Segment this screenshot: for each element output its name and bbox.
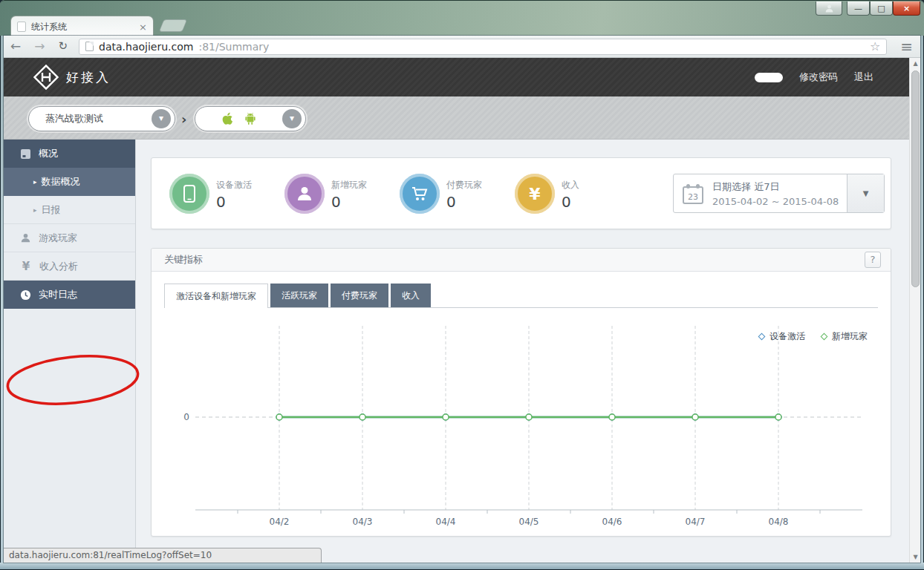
tab-close-icon[interactable]: × [139,22,147,33]
maximize-button[interactable]: □ [870,1,893,16]
date-range-picker[interactable]: 23 日期选择 近7日 2015-04-02 ~ 2015-04-08 ▼ [673,174,885,213]
sidebar-item-label: 收入分析 [39,260,78,273]
web-page: 好接入 修改密码 退出 蒸汽战歌测试 ▾ › [4,58,909,563]
overview-icon [20,148,31,160]
url-path: :81/Summary [198,41,864,53]
tab-paying-players[interactable]: 付费玩家 [331,284,388,307]
legend-device-activation[interactable]: 设备激活 [759,330,805,343]
legend-label: 设备激活 [770,330,805,343]
svg-text:04/6: 04/6 [602,517,622,527]
bookmark-star-icon[interactable]: ☆ [870,39,880,53]
address-bar[interactable]: data.haojieru.com :81/Summary ☆ [79,39,887,55]
paying-players-icon [400,174,440,214]
chevron-down-icon[interactable]: ▾ [152,109,171,128]
tab-title: 统计系统 [31,21,134,33]
forward-icon[interactable]: → [27,40,51,53]
svg-text:23: 23 [688,192,698,202]
url-host: data.haojieru.com [99,41,193,53]
tab-revenue[interactable]: 收入 [391,284,431,307]
date-picker-dropdown-button[interactable]: ▼ [847,174,884,212]
summary-stats-card: 设备激活 0 新增玩家 0 [151,157,891,229]
window-titlebar: 统计系统 × — □ × [0,0,924,36]
device-activation-icon [169,174,209,214]
stat-label: 收入 [562,179,579,191]
svg-text:04/4: 04/4 [436,517,456,527]
legend-new-players[interactable]: 新增玩家 [821,330,868,343]
chart-legend: 设备激活 新增玩家 [759,330,868,343]
username-pill [755,73,783,82]
back-icon[interactable]: ← [4,40,27,53]
page-scrollbar[interactable]: ▲ ▼ [909,58,920,563]
date-picker-range: 2015-04-02 ~ 2015-04-08 [712,196,839,207]
browser-window: 统计系统 × — □ × ← → ↻ data.haojieru.com :81… [0,0,924,570]
logo-diamond-icon [32,63,60,91]
player-icon [20,232,31,243]
tab-active-players[interactable]: 活跃玩家 [270,284,328,307]
sidebar-item-label: 数据概况 [42,175,80,189]
reload-icon[interactable]: ↻ [52,41,75,52]
stat-device-activation: 设备激活 0 [169,174,252,214]
close-button[interactable]: × [893,1,920,16]
window-frame-right [920,36,924,570]
stat-label: 新增玩家 [331,179,367,191]
chrome-menu-icon[interactable]: ≡ [893,38,920,56]
change-password-link[interactable]: 修改密码 [799,71,838,84]
platform-select[interactable]: ▾ [195,106,306,131]
metric-tabs: 激活设备和新增玩家 活跃玩家 付费玩家 收入 [164,284,878,308]
key-metrics-panel: 关键指标 ? 激活设备和新增玩家 活跃玩家 付费玩家 收入 设备激活 [151,248,891,537]
selector-bar: 蒸汽战歌测试 ▾ › [4,96,909,140]
sidebar-item-game-players[interactable]: 游戏玩家 [4,224,135,252]
sidebar-item-revenue-analysis[interactable]: ¥ 收入分析 [4,252,135,281]
legend-marker-icon [758,333,766,341]
sidebar-item-realtime-log[interactable]: 实时日志 [4,281,135,309]
profile-icon [824,4,834,13]
profile-button[interactable] [816,1,842,16]
browser-tab[interactable]: 统计系统 × [10,16,154,37]
date-picker-label: 日期选择 近7日 [712,180,839,194]
stat-revenue: ¥ 收入 0 [515,174,579,214]
chevron-down-icon[interactable]: ▾ [282,109,302,128]
svg-text:04/5: 04/5 [519,517,539,527]
submenu-arrow-icon: ▸ [33,178,37,186]
status-bar: data.haojieru.com:81/realTimeLog?offSet=… [4,548,322,563]
browser-toolbar: ← → ↻ data.haojieru.com :81/Summary ☆ ≡ [4,36,920,58]
help-button[interactable]: ? [865,252,881,268]
game-select[interactable]: 蒸汽战歌测试 ▾ [28,106,175,131]
legend-label: 新增玩家 [832,330,868,343]
svg-text:04/7: 04/7 [686,517,706,527]
legend-marker-icon [821,333,828,341]
chart-area: 设备激活 新增玩家 04/204/304/404/504/604/704/80 [164,308,879,531]
stat-value: 0 [331,193,367,211]
sidebar-item-label: 游戏玩家 [39,232,77,245]
new-tab-button[interactable] [159,19,188,32]
sidebar-item-overview[interactable]: 概况 [4,140,135,168]
app-logo[interactable]: 好接入 [32,63,111,91]
game-select-value: 蒸汽战歌测试 [29,112,152,125]
svg-text:0: 0 [183,412,189,422]
stat-value: 0 [562,193,579,211]
sidebar-item-data-overview[interactable]: ▸ 数据概况 [4,168,135,196]
stat-value: 0 [446,193,482,211]
logout-link[interactable]: 退出 [854,71,873,84]
scroll-up-icon[interactable]: ▲ [910,58,921,69]
sidebar: 概况 ▸ 数据概况 ▸ 日报 游戏玩家 [4,140,136,563]
sidebar-item-label: 概况 [39,147,58,160]
sidebar-item-label: 实时日志 [39,288,77,301]
stat-new-players: 新增玩家 0 [284,174,367,214]
calendar-icon: 23 [681,182,705,206]
breadcrumb-separator-icon: › [181,111,186,127]
tab-activation-new-players[interactable]: 激活设备和新增玩家 [164,284,268,308]
revenue-icon: ¥ [515,174,555,214]
stat-value: 0 [216,193,252,211]
panel-title: 关键指标 [164,253,203,266]
android-icon [244,111,257,126]
svg-text:04/3: 04/3 [353,517,373,527]
svg-text:04/2: 04/2 [270,517,290,527]
minimize-button[interactable]: — [847,1,870,16]
sidebar-item-label: 日报 [42,203,61,217]
yen-icon: ¥ [20,260,32,273]
tab-favicon-icon [17,22,26,32]
scroll-down-icon[interactable]: ▼ [910,551,921,563]
scrollbar-thumb[interactable] [911,71,920,287]
sidebar-item-daily-report[interactable]: ▸ 日报 [4,196,135,224]
